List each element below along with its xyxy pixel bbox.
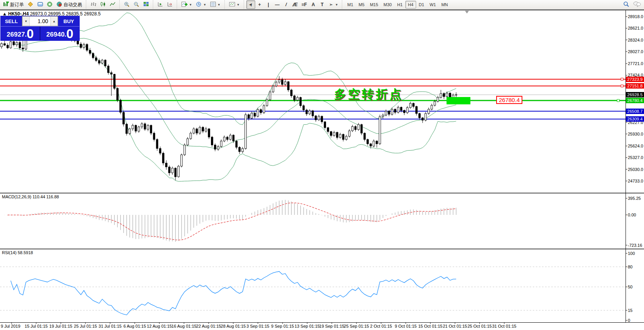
timeframes-toolbar: M1M5M15M30H1H4D1W1MN xyxy=(342,0,452,9)
symbol-period-label: HK50-,H4 xyxy=(8,11,28,17)
periods-caret-icon: ▼ xyxy=(203,3,206,7)
tool-crosshair-icon: + xyxy=(257,2,262,7)
periods-icon xyxy=(196,2,202,8)
candles-chart-icon xyxy=(100,2,106,8)
candles-chart-button[interactable] xyxy=(98,0,108,9)
indicators-button[interactable]: ▼ xyxy=(179,0,194,9)
volume-decrease-button[interactable]: ▼ xyxy=(22,17,30,26)
tool-horizontal-line-button[interactable]: — xyxy=(273,0,282,9)
tool-text-icon: A xyxy=(311,2,316,7)
tool-arrows-icon: ➣ xyxy=(328,2,333,7)
bars-chart-icon xyxy=(90,2,96,8)
tool-text-label-icon: T xyxy=(319,2,325,7)
tool-trendline-icon: / xyxy=(284,2,289,7)
buy-price-main: 26940 xyxy=(46,30,64,40)
arrows-caret-icon: ▼ xyxy=(335,3,338,7)
chart-shift-marker-icon[interactable] xyxy=(465,11,469,13)
templates-caret-icon: ▼ xyxy=(237,3,240,7)
tool-arrows-button[interactable]: ➣▼ xyxy=(326,0,340,9)
auto-scroll-icon xyxy=(157,2,163,8)
timeframe-d1-button[interactable]: D1 xyxy=(416,1,427,8)
tool-vertical-line-button[interactable]: | xyxy=(264,0,273,9)
zoom-out-icon xyxy=(134,2,139,8)
tool-trendline-button[interactable]: / xyxy=(282,0,291,9)
ohlc-values: 26973.0 26995.5 26835.5 26928.5 xyxy=(30,11,101,17)
tool-crosshair-button[interactable]: + xyxy=(255,0,264,9)
tool-fibonacci-button[interactable]: ≡F xyxy=(299,0,309,9)
price-tag-annotation[interactable]: 26780.4 xyxy=(496,96,522,104)
quotes-button[interactable] xyxy=(26,0,35,9)
candles xyxy=(1,32,457,181)
sell-price[interactable]: 26927.0 xyxy=(1,27,40,40)
line-chart-button[interactable] xyxy=(108,0,117,9)
tester-icon xyxy=(47,2,53,8)
timeframe-h1-button[interactable]: H1 xyxy=(395,1,405,8)
tile-windows-icon xyxy=(143,2,149,8)
one-click-trading-panel: SELL ▼ 1.00 ▲ BUY 26927.0 26940.0 xyxy=(1,16,79,40)
depth-button[interactable]: ▼ xyxy=(208,0,222,9)
autotrade-button[interactable]: 自动交易 xyxy=(55,0,84,9)
terminal-icon xyxy=(37,2,43,8)
tool-vertical-line-icon: | xyxy=(266,2,271,7)
chart-canvas[interactable] xyxy=(0,0,644,330)
terminal-button[interactable] xyxy=(35,0,45,9)
chart-header: ▲ HK50-,H4 26973.0 26995.5 26835.5 26928… xyxy=(2,11,100,17)
tool-text-button[interactable]: A xyxy=(309,0,318,9)
tool-fibonacci-icon: ≡F xyxy=(301,2,307,7)
sell-price-big-digit: 0 xyxy=(27,28,33,40)
timeframe-m30-button[interactable]: M30 xyxy=(381,1,394,8)
mt4-window: 新订单 自动交易 xyxy=(0,0,644,330)
buy-price-big-digit: 0 xyxy=(66,28,73,40)
sell-button[interactable]: SELL xyxy=(1,16,22,26)
indicators-caret-icon: ▼ xyxy=(189,3,192,7)
depth-caret-icon: ▼ xyxy=(217,3,221,7)
tool-text-label-button[interactable]: T xyxy=(318,0,326,9)
autotrade-icon xyxy=(57,2,62,8)
new-order-label: 新订单 xyxy=(10,2,24,8)
new-order-button[interactable]: 新订单 xyxy=(1,0,26,9)
highlight-rectangle xyxy=(447,97,470,104)
sell-price-main: 26927 xyxy=(7,30,25,40)
line-studies-toolbar: ➤+|—/⫽E≡FAT➣▼ xyxy=(244,0,341,9)
indicators-icon xyxy=(181,2,187,8)
periods-button[interactable]: ▼ xyxy=(194,0,208,9)
timeframe-m5-button[interactable]: M5 xyxy=(356,1,367,8)
search-icon[interactable] xyxy=(623,1,629,8)
tool-cursor-icon: ➤ xyxy=(247,1,254,8)
new-order-icon xyxy=(3,2,9,8)
turning-point-annotation[interactable]: 多空转折点 xyxy=(334,86,403,102)
zoom-in-icon xyxy=(124,2,130,8)
autotrade-label: 自动交易 xyxy=(64,2,82,8)
rsi-indicator xyxy=(11,271,456,315)
timeframe-h4-button[interactable]: H4 xyxy=(405,1,416,8)
timeframe-m1-button[interactable]: M1 xyxy=(345,1,356,8)
line-chart-icon xyxy=(110,2,115,8)
depth-icon xyxy=(210,2,216,8)
tool-equidistant-channel-button[interactable]: ⫽E xyxy=(291,0,299,9)
volume-control: ▼ 1.00 ▲ xyxy=(22,16,58,26)
timeframe-mn-button[interactable]: MN xyxy=(438,1,450,8)
chart-shift-button[interactable] xyxy=(165,0,175,9)
templates-button[interactable]: ▼ xyxy=(227,0,242,9)
chat-icon[interactable] xyxy=(633,1,641,8)
tester-button[interactable] xyxy=(45,0,55,9)
toolbar: 新订单 自动交易 xyxy=(0,0,644,10)
macd-indicator xyxy=(2,200,456,242)
tool-equidistant-channel-icon: ⫽E xyxy=(293,2,298,7)
tool-cursor-button[interactable]: ➤ xyxy=(246,0,255,9)
tool-horizontal-line-icon: — xyxy=(275,2,280,7)
bars-chart-button[interactable] xyxy=(89,0,98,9)
timeframe-w1-button[interactable]: W1 xyxy=(427,1,439,8)
zoom-in-button[interactable] xyxy=(122,0,132,9)
templates-icon xyxy=(229,2,235,8)
tile-windows-button[interactable] xyxy=(141,0,151,9)
buy-price[interactable]: 26940.0 xyxy=(40,27,79,40)
chart-shift-icon xyxy=(167,2,173,8)
collapse-panel-icon[interactable]: ▲ xyxy=(2,11,7,17)
zoom-out-button[interactable] xyxy=(132,0,141,9)
auto-scroll-button[interactable] xyxy=(156,0,165,9)
timeframe-m15-button[interactable]: M15 xyxy=(367,1,381,8)
buy-button[interactable]: BUY xyxy=(58,16,79,26)
volume-increase-button[interactable]: ▲ xyxy=(50,17,58,26)
volume-input[interactable]: 1.00 xyxy=(30,17,50,26)
